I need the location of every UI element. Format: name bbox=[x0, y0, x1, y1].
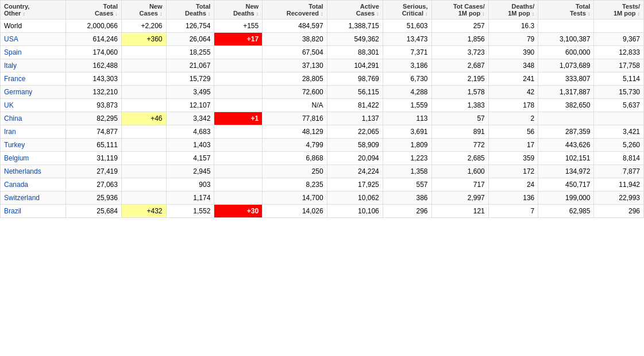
col-tot-cases-1m[interactable]: Tot Cases/1M pop ↕ bbox=[431, 1, 488, 20]
country-link[interactable]: Iran bbox=[4, 128, 16, 136]
cell-country[interactable]: France bbox=[1, 72, 66, 86]
table-row: Turkey65,1111,4034,79958,9091,8097721744… bbox=[1, 139, 644, 152]
cell-tot-cases-1m: 2,685 bbox=[431, 152, 488, 165]
cell-total-tests: 62,985 bbox=[538, 205, 594, 218]
country-link[interactable]: Turkey bbox=[4, 141, 25, 149]
cell-new-cases: +2,206 bbox=[121, 20, 166, 33]
country-link[interactable]: USA bbox=[4, 35, 18, 43]
cell-new-cases bbox=[121, 86, 166, 99]
country-link[interactable]: Germany bbox=[4, 88, 32, 96]
cell-deaths-1m: 136 bbox=[488, 192, 538, 205]
cell-new-deaths: +17 bbox=[214, 33, 263, 46]
country-link[interactable]: France bbox=[4, 75, 25, 83]
cell-deaths-1m: 24 bbox=[488, 178, 538, 192]
cell-total-recovered: 14,026 bbox=[263, 205, 327, 218]
cell-deaths-1m: 390 bbox=[488, 46, 538, 59]
cell-total-cases: 174,060 bbox=[65, 46, 121, 59]
cell-deaths-1m: 2 bbox=[488, 112, 538, 125]
cell-country[interactable]: Iran bbox=[1, 125, 66, 139]
col-active-cases[interactable]: ActiveCases ↕ bbox=[327, 1, 383, 20]
cell-tests-1m: 17,758 bbox=[594, 59, 644, 72]
cell-total-recovered: 72,600 bbox=[263, 86, 327, 99]
cell-tests-1m: 8,814 bbox=[594, 152, 644, 165]
cell-deaths-1m: 56 bbox=[488, 125, 538, 139]
cell-serious-critical: 1,559 bbox=[383, 99, 431, 112]
cell-total-tests: 199,000 bbox=[538, 192, 594, 205]
cell-total-recovered: 4,799 bbox=[263, 139, 327, 152]
col-deaths-1m[interactable]: Deaths/1M pop ↕ bbox=[488, 1, 538, 20]
cell-country[interactable]: Turkey bbox=[1, 139, 66, 152]
cell-country[interactable]: UK bbox=[1, 99, 66, 112]
col-tests-1m[interactable]: Tests/1M pop ↕ bbox=[594, 1, 644, 20]
col-total-recovered[interactable]: TotalRecovered ↕ bbox=[263, 1, 327, 20]
sort-icon-tests-1m: ↕ bbox=[638, 11, 641, 17]
cell-tests-1m: 5,637 bbox=[594, 99, 644, 112]
cell-total-tests: 600,000 bbox=[538, 46, 594, 59]
cell-new-deaths: +155 bbox=[214, 20, 263, 33]
country-link[interactable]: Netherlands bbox=[4, 167, 41, 175]
cell-total-deaths: 1,552 bbox=[166, 205, 214, 218]
col-new-deaths[interactable]: NewDeaths ↕ bbox=[214, 1, 263, 20]
cell-country[interactable]: Netherlands bbox=[1, 165, 66, 178]
cell-total-deaths: 903 bbox=[166, 178, 214, 192]
cell-deaths-1m: 348 bbox=[488, 59, 538, 72]
country-link[interactable]: Italy bbox=[4, 62, 17, 70]
cell-new-deaths: +30 bbox=[214, 205, 263, 218]
cell-country[interactable]: Germany bbox=[1, 86, 66, 99]
cell-tests-1m: 7,877 bbox=[594, 165, 644, 178]
cell-deaths-1m: 241 bbox=[488, 72, 538, 86]
cell-tests-1m: 5,114 bbox=[594, 72, 644, 86]
cell-country[interactable]: Belgium bbox=[1, 152, 66, 165]
cell-tests-1m: 15,730 bbox=[594, 86, 644, 99]
cell-active-cases: 1,137 bbox=[327, 112, 383, 125]
cell-country[interactable]: China bbox=[1, 112, 66, 125]
col-serious-critical[interactable]: Serious,Critical ↕ bbox=[383, 1, 431, 20]
cell-new-cases bbox=[121, 125, 166, 139]
country-link[interactable]: Brazil bbox=[4, 207, 21, 215]
cell-country[interactable]: USA bbox=[1, 33, 66, 46]
cell-total-tests: 1,073,689 bbox=[538, 59, 594, 72]
cell-new-cases bbox=[121, 59, 166, 72]
cell-new-cases bbox=[121, 46, 166, 59]
cell-total-tests: 287,359 bbox=[538, 125, 594, 139]
cell-total-tests: 382,650 bbox=[538, 99, 594, 112]
country-link[interactable]: UK bbox=[4, 101, 14, 109]
cell-country[interactable]: Switzerland bbox=[1, 192, 66, 205]
cell-total-cases: 614,246 bbox=[65, 33, 121, 46]
cell-tot-cases-1m: 891 bbox=[431, 125, 488, 139]
cell-total-tests: 1,317,887 bbox=[538, 86, 594, 99]
cell-new-cases bbox=[121, 178, 166, 192]
cell-total-deaths: 18,255 bbox=[166, 46, 214, 59]
cell-total-recovered: 37,130 bbox=[263, 59, 327, 72]
cell-new-deaths bbox=[214, 152, 263, 165]
cell-total-recovered: 67,504 bbox=[263, 46, 327, 59]
table-row: Germany132,2103,49572,60056,1154,2881,57… bbox=[1, 86, 644, 99]
country-link[interactable]: Belgium bbox=[4, 154, 29, 162]
cell-tot-cases-1m: 1,856 bbox=[431, 33, 488, 46]
sort-icon-new-deaths: ↕ bbox=[256, 11, 259, 17]
country-link[interactable]: Canada bbox=[4, 181, 28, 189]
cell-country[interactable]: Brazil bbox=[1, 205, 66, 218]
cell-new-deaths bbox=[214, 192, 263, 205]
cell-country[interactable]: Canada bbox=[1, 178, 66, 192]
cell-total-deaths: 3,495 bbox=[166, 86, 214, 99]
col-total-tests[interactable]: TotalTests ↕ bbox=[538, 1, 594, 20]
cell-new-deaths bbox=[214, 178, 263, 192]
cell-serious-critical: 6,730 bbox=[383, 72, 431, 86]
cell-total-cases: 74,877 bbox=[65, 125, 121, 139]
cell-tests-1m: 12,833 bbox=[594, 46, 644, 59]
country-link[interactable]: Switzerland bbox=[4, 194, 40, 202]
cell-total-recovered: 6,868 bbox=[263, 152, 327, 165]
cell-country[interactable]: Italy bbox=[1, 59, 66, 72]
cell-serious-critical: 51,603 bbox=[383, 20, 431, 33]
col-new-cases[interactable]: NewCases ↕ bbox=[121, 1, 166, 20]
table-row: Switzerland25,9361,17414,70010,0623862,9… bbox=[1, 192, 644, 205]
cell-total-deaths: 15,729 bbox=[166, 72, 214, 86]
col-total-deaths[interactable]: TotalDeaths ↕ bbox=[166, 1, 214, 20]
country-link[interactable]: Spain bbox=[4, 48, 22, 56]
col-country[interactable]: Country,Other ↕ bbox=[1, 1, 66, 20]
col-total-cases[interactable]: TotalCases ↓ bbox=[65, 1, 121, 20]
cell-country[interactable]: Spain bbox=[1, 46, 66, 59]
cell-active-cases: 10,106 bbox=[327, 205, 383, 218]
country-link[interactable]: China bbox=[4, 114, 22, 123]
